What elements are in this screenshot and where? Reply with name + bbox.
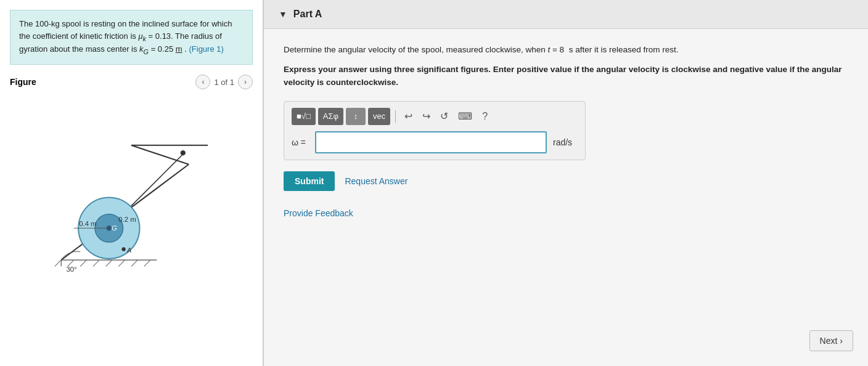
symbol-button[interactable]: AΣφ — [318, 108, 343, 125]
submit-button[interactable]: Submit — [284, 171, 335, 191]
svg-line-10 — [118, 260, 125, 266]
answer-input-row: ω = rad/s — [292, 131, 578, 153]
svg-line-11 — [131, 260, 137, 266]
next-chevron-icon: › — [840, 336, 843, 346]
unit-label: rad/s — [553, 137, 578, 147]
omega-label: ω = — [292, 137, 309, 147]
figure-diagram: G A 0.4 m 0.2 m 30° — [10, 94, 253, 279]
toolbar-separator — [395, 110, 396, 123]
next-button-area: Next › — [809, 330, 853, 351]
toolbar-row: ■√□ AΣφ ↕ vec ↩ ↪ ↺ ⌨ ? — [292, 108, 578, 125]
svg-line-3 — [131, 145, 189, 165]
right-panel: ▼ Part A Determine the angular velocity … — [264, 0, 868, 366]
matrix-button[interactable]: ■√□ — [292, 108, 316, 125]
figure-header: Figure ‹ 1 of 1 › — [10, 75, 253, 89]
answer-instruction: Express your answer using three signific… — [284, 63, 848, 89]
left-panel: The 100-kg spool is resting on the incli… — [0, 0, 264, 366]
vec-button[interactable]: vec — [368, 108, 390, 125]
request-answer-link[interactable]: Request Answer — [345, 176, 407, 186]
part-header: ▼ Part A — [264, 0, 868, 29]
reset-button[interactable]: ↺ — [436, 108, 452, 124]
figure-canvas: G A 0.4 m 0.2 m 30° — [10, 94, 253, 356]
keyboard-button[interactable]: ⌨ — [454, 108, 476, 124]
collapse-icon[interactable]: ▼ — [279, 9, 287, 19]
svg-text:0.4 m: 0.4 m — [79, 220, 96, 227]
math-toolbar: ■√□ AΣφ ↕ vec ↩ ↪ ↺ ⌨ ? ω = rad/s — [284, 101, 586, 160]
figure-page: 1 of 1 — [214, 78, 234, 87]
next-label: Next — [820, 336, 838, 346]
figure-link[interactable]: (Figure 1) — [189, 44, 223, 54]
redo-button[interactable]: ↪ — [419, 108, 434, 124]
svg-point-18 — [121, 247, 125, 251]
svg-line-5 — [55, 260, 61, 266]
part-content: Determine the angular velocity of the sp… — [264, 29, 868, 233]
svg-line-7 — [80, 260, 86, 266]
question-text: Determine the angular velocity of the sp… — [284, 44, 848, 56]
help-button[interactable]: ? — [478, 108, 491, 124]
svg-text:A: A — [126, 246, 132, 254]
svg-text:30°: 30° — [66, 266, 76, 273]
answer-input[interactable] — [315, 131, 547, 153]
action-row: Submit Request Answer — [284, 171, 848, 191]
figure-navigation: ‹ 1 of 1 › — [195, 75, 253, 89]
part-title: Part A — [293, 9, 322, 20]
feedback-row: Provide Feedback — [284, 208, 848, 218]
prev-figure-button[interactable]: ‹ — [195, 75, 210, 89]
undo-button[interactable]: ↩ — [401, 108, 416, 124]
updown-button[interactable]: ↕ — [346, 108, 366, 125]
svg-point-20 — [181, 150, 186, 155]
svg-text:0.2 m: 0.2 m — [118, 216, 136, 223]
next-button[interactable]: Next › — [809, 330, 853, 351]
svg-line-8 — [93, 260, 99, 266]
svg-line-9 — [106, 260, 112, 266]
next-figure-button[interactable]: › — [238, 75, 253, 89]
figure-area: Figure ‹ 1 of 1 › — [10, 75, 253, 356]
problem-statement: The 100-kg spool is resting on the incli… — [10, 10, 253, 65]
svg-line-12 — [144, 260, 150, 266]
figure-title: Figure — [10, 77, 36, 87]
svg-text:G: G — [112, 225, 117, 232]
provide-feedback-link[interactable]: Provide Feedback — [284, 208, 353, 218]
